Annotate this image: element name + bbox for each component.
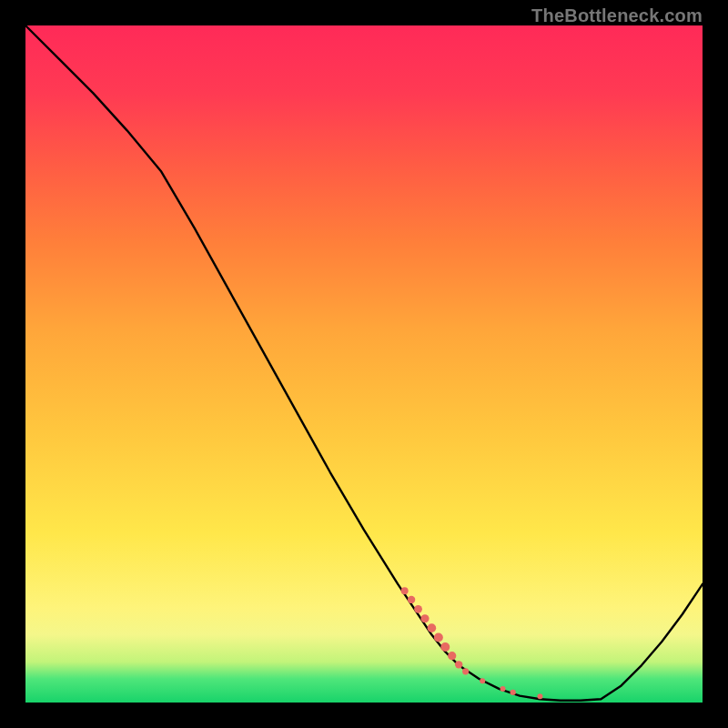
marker-dot bbox=[500, 686, 506, 692]
marker-dot bbox=[440, 642, 450, 652]
marker-dot bbox=[434, 633, 443, 642]
marker-dot bbox=[420, 614, 429, 622]
watermark-text: TheBottleneck.com bbox=[531, 5, 703, 26]
marker-dot bbox=[537, 693, 542, 699]
outer-frame: TheBottleneck.com bbox=[0, 0, 728, 728]
marker-dot bbox=[455, 661, 462, 668]
marker-dot bbox=[462, 668, 469, 674]
marker-dot bbox=[428, 623, 437, 632]
bottleneck-curve bbox=[25, 25, 703, 701]
marker-dot bbox=[408, 596, 415, 603]
marker-dot bbox=[448, 652, 456, 660]
highlighted-markers bbox=[401, 587, 543, 699]
marker-dot bbox=[414, 605, 422, 613]
marker-dot bbox=[401, 587, 409, 594]
marker-dot bbox=[480, 678, 485, 683]
chart-overlay bbox=[25, 25, 703, 703]
marker-dot bbox=[510, 690, 515, 695]
